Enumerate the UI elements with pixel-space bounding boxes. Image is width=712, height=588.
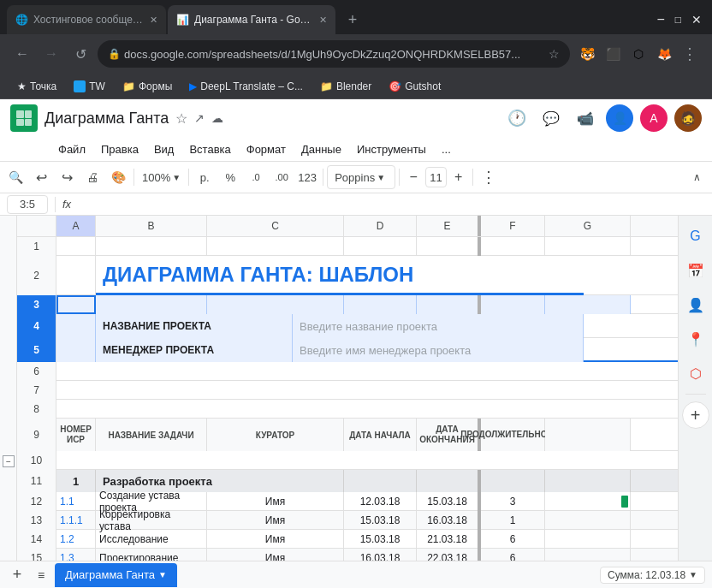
collapse-toolbar-btn[interactable]: ∧ bbox=[685, 165, 709, 189]
cell-13a[interactable]: 1.1.1 bbox=[56, 511, 96, 530]
cell-4b-label[interactable]: НАЗВАНИЕ ПРОЕКТА bbox=[96, 314, 293, 338]
currency-btn[interactable]: р. bbox=[193, 165, 217, 189]
cell-13d[interactable]: 15.03.18 bbox=[344, 511, 417, 530]
move-icon[interactable]: ↗ bbox=[194, 111, 205, 125]
address-input-container[interactable]: 🔒 docs.google.com/spreadsheets/d/1MgUh9O… bbox=[98, 40, 570, 68]
cell-15f[interactable]: 6 bbox=[481, 549, 545, 561]
cell-13e[interactable]: 16.03.18 bbox=[417, 511, 481, 530]
zoom-selector[interactable]: 100% ▼ bbox=[138, 165, 185, 189]
bookmark-gutshot[interactable]: 🎯 Gutshot bbox=[382, 79, 448, 94]
profile-icon[interactable]: 🧔 bbox=[674, 104, 702, 132]
tab-close-1[interactable]: ✕ bbox=[150, 15, 157, 26]
user-avatar[interactable]: А bbox=[640, 104, 668, 132]
sheet-tab-gantt[interactable]: Диаграмма Ганта ▼ bbox=[55, 563, 177, 587]
col-header-e[interactable]: E bbox=[417, 216, 481, 236]
cell-3f[interactable] bbox=[481, 295, 545, 314]
extension-icon-2[interactable]: ⬛ bbox=[601, 42, 625, 66]
maximize-button[interactable]: □ bbox=[675, 14, 681, 26]
cell-12e[interactable]: 15.03.18 bbox=[417, 492, 481, 511]
menu-view[interactable]: Вид bbox=[147, 141, 181, 157]
cell-11c[interactable] bbox=[344, 470, 417, 492]
meet-icon[interactable]: 📹 bbox=[572, 104, 599, 132]
sheet-tab-dropdown-icon[interactable]: ▼ bbox=[158, 570, 167, 579]
side-panel-btn-4[interactable]: 📍 bbox=[682, 325, 709, 353]
cell-9f-header[interactable]: ПРОДОЛЖИТЕЛЬНОСТЬ bbox=[481, 419, 545, 451]
row-num-8[interactable]: 8 bbox=[17, 400, 56, 419]
cell-4a[interactable] bbox=[56, 314, 96, 338]
cell-1c[interactable] bbox=[207, 237, 344, 256]
cloud-icon[interactable]: ☁ bbox=[211, 111, 223, 125]
decimal0-btn[interactable]: .0 bbox=[244, 165, 268, 189]
tab-close-2[interactable]: ✕ bbox=[319, 15, 327, 26]
add-sheet-button[interactable]: + bbox=[7, 565, 27, 585]
cell-15c[interactable]: Имя bbox=[207, 549, 344, 561]
reload-button[interactable]: ↺ bbox=[68, 42, 92, 66]
side-panel-btn-5[interactable]: ⬡ bbox=[682, 359, 709, 387]
row-num-9[interactable]: 9 bbox=[17, 419, 56, 451]
font-size-value[interactable]: 11 bbox=[425, 167, 446, 187]
extension-icon-3[interactable]: ⬡ bbox=[626, 42, 650, 66]
cell-reference[interactable]: 3:5 bbox=[7, 195, 48, 214]
star-doc-icon[interactable]: ☆ bbox=[175, 110, 187, 127]
cell-5b-label[interactable]: МЕНЕДЖЕР ПРОЕКТА bbox=[96, 338, 293, 362]
cell-15d[interactable]: 16.03.18 bbox=[344, 549, 417, 561]
bookmark-tw[interactable]: TW bbox=[67, 79, 112, 94]
side-panel-btn-2[interactable]: 📅 bbox=[682, 257, 709, 284]
cell-11f[interactable] bbox=[545, 470, 631, 492]
row-num-6[interactable]: 6 bbox=[17, 362, 56, 381]
cell-11d[interactable] bbox=[417, 470, 481, 492]
cell-1d[interactable] bbox=[344, 237, 417, 256]
cell-3e[interactable] bbox=[417, 295, 481, 314]
cell-13b[interactable]: Корректировка устава bbox=[96, 511, 207, 530]
cell-3a[interactable] bbox=[56, 295, 96, 314]
col-header-b[interactable]: B bbox=[96, 216, 207, 236]
col-header-f[interactable]: F bbox=[481, 216, 545, 236]
cell-11e[interactable] bbox=[481, 470, 545, 492]
forward-button[interactable]: → bbox=[39, 42, 63, 66]
cell-9d-header[interactable]: ДАТА НАЧАЛА bbox=[344, 419, 417, 451]
cell-4c-value[interactable]: Введите название проекта bbox=[293, 314, 584, 338]
col-header-d[interactable]: D bbox=[344, 216, 417, 236]
cell-9g-header[interactable] bbox=[545, 419, 631, 451]
menu-insert[interactable]: Вставка bbox=[182, 141, 237, 157]
cell-1b[interactable] bbox=[96, 237, 207, 256]
cell-15b[interactable]: Проектирование bbox=[96, 549, 207, 561]
comment-icon[interactable]: 💬 bbox=[537, 104, 565, 132]
decimal00-btn[interactable]: .00 bbox=[270, 165, 294, 189]
cell-13c[interactable]: Имя bbox=[207, 511, 344, 530]
star-icon[interactable]: ☆ bbox=[549, 47, 560, 61]
row-num-1[interactable]: 1 bbox=[17, 237, 56, 256]
cell-3d[interactable] bbox=[344, 295, 417, 314]
cell-2b-title[interactable]: ДИАГРАММА ГАНТА: ШАБЛОН bbox=[96, 256, 584, 295]
cell-5c-value[interactable]: Введите имя менеджера проекта bbox=[293, 338, 584, 362]
cell-1a[interactable] bbox=[56, 237, 96, 256]
extension-icon-1[interactable]: 🐯 bbox=[575, 42, 599, 66]
new-tab-button[interactable]: + bbox=[341, 8, 365, 32]
cell-3g[interactable] bbox=[545, 295, 631, 314]
row-num-13[interactable]: 13 bbox=[17, 511, 56, 530]
side-panel-add-btn[interactable]: + bbox=[682, 401, 709, 429]
row-num-7[interactable]: 7 bbox=[17, 381, 56, 400]
bookmark-forms[interactable]: 📁 Формы bbox=[116, 79, 179, 94]
cell-12f[interactable]: 3 bbox=[481, 492, 545, 511]
col-header-a[interactable]: A bbox=[56, 216, 96, 236]
col-header-c[interactable]: C bbox=[207, 216, 344, 236]
cell-13f[interactable]: 1 bbox=[481, 511, 545, 530]
row-num-15[interactable]: 15 bbox=[17, 549, 56, 561]
group-collapse-button[interactable]: − bbox=[3, 455, 15, 467]
number-btn[interactable]: 123 bbox=[295, 165, 319, 189]
row-num-14[interactable]: 14 bbox=[17, 530, 56, 549]
row-num-11[interactable]: 11 bbox=[17, 470, 56, 492]
share-button[interactable]: 👤 bbox=[606, 104, 633, 132]
cell-15a[interactable]: 1.3 bbox=[56, 549, 96, 561]
cell-15e[interactable]: 22.03.18 bbox=[417, 549, 481, 561]
bookmark-blender[interactable]: 📁 Blender bbox=[313, 79, 378, 94]
cell-12c[interactable]: Имя bbox=[207, 492, 344, 511]
status-dropdown-icon[interactable]: ▼ bbox=[689, 570, 697, 579]
cell-14d[interactable]: 15.03.18 bbox=[344, 530, 417, 549]
cell-12g[interactable] bbox=[545, 492, 631, 511]
font-selector[interactable]: Poppins ▼ bbox=[327, 165, 395, 189]
cell-9a-header[interactable]: НОМЕР ИСР bbox=[56, 419, 96, 451]
font-size-decrease[interactable]: − bbox=[403, 167, 424, 187]
extension-icon-4[interactable]: 🦊 bbox=[652, 42, 676, 66]
